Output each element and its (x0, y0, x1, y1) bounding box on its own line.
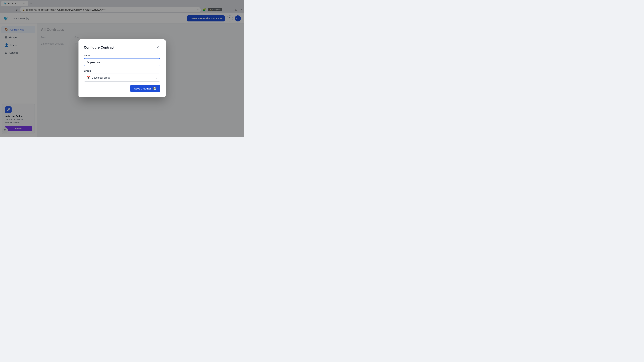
calendar-icon: 📅 (86, 76, 90, 79)
name-input[interactable] (84, 58, 160, 66)
name-label: Name (84, 54, 160, 57)
modal-title: Configure Contract (84, 45, 114, 49)
save-btn-label: Save Changes (134, 87, 152, 90)
group-field-group: Group 📅 Developer group ⌄ (84, 69, 160, 82)
group-select-value: Developer group (92, 76, 156, 79)
modal-close-button[interactable]: ✕ (155, 45, 160, 50)
save-changes-button[interactable]: Save Changes 💾 (130, 85, 160, 92)
name-field-group: Name (84, 54, 160, 66)
chevron-down-icon: ⌄ (156, 76, 158, 79)
configure-contract-modal: Configure Contract ✕ Name Group 📅 Develo… (78, 39, 166, 97)
save-icon: 💾 (153, 87, 156, 90)
modal-overlay: Configure Contract ✕ Name Group 📅 Develo… (0, 0, 244, 137)
modal-header: Configure Contract ✕ (84, 45, 160, 50)
group-select[interactable]: 📅 Developer group ⌄ (84, 73, 160, 82)
modal-footer: Save Changes 💾 (84, 85, 160, 92)
group-label: Group (84, 69, 160, 72)
